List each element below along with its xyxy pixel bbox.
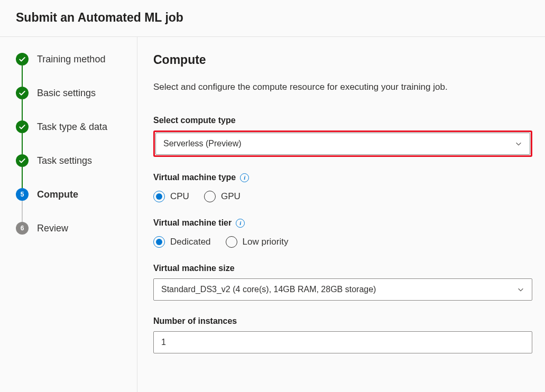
vm-size-select[interactable]: Standard_DS3_v2 (4 core(s), 14GB RAM, 28… — [153, 278, 532, 301]
vm-tier-dedicated-radio[interactable]: Dedicated — [153, 236, 211, 248]
content-area: Training method Basic settings Task type… — [0, 37, 545, 392]
vm-tier-label: Virtual machine tier i — [153, 218, 532, 228]
page-header: Submit an Automated ML job — [0, 0, 545, 37]
current-step-icon: 5 — [16, 188, 29, 201]
check-icon — [16, 87, 29, 99]
highlighted-dropdown: Serverless (Preview) — [153, 130, 532, 157]
step-label: Basic settings — [37, 88, 96, 99]
compute-type-label: Select compute type — [153, 116, 532, 125]
step-label: Review — [37, 223, 68, 234]
step-review[interactable]: 6 Review — [16, 222, 126, 235]
vm-size-value: Standard_DS3_v2 (4 core(s), 14GB RAM, 28… — [161, 285, 376, 294]
step-task-type-data[interactable]: Task type & data — [16, 120, 126, 133]
vm-tier-radios: Dedicated Low priority — [153, 236, 532, 248]
vm-type-cpu-radio[interactable]: CPU — [153, 191, 189, 202]
section-title: Compute — [153, 53, 532, 67]
radio-label: GPU — [221, 191, 241, 202]
instances-input[interactable] — [153, 331, 532, 353]
compute-type-select[interactable]: Serverless (Preview) — [155, 133, 530, 155]
step-task-settings[interactable]: Task settings — [16, 154, 126, 167]
main-panel: Compute Select and configure the compute… — [137, 37, 545, 392]
check-icon — [16, 154, 29, 167]
vm-size-field: Virtual machine size Standard_DS3_v2 (4 … — [153, 264, 532, 301]
chevron-down-icon — [517, 286, 524, 293]
radio-icon-checked — [153, 236, 165, 248]
vm-tier-low-priority-radio[interactable]: Low priority — [226, 236, 289, 248]
radio-label: Low priority — [243, 237, 289, 247]
chevron-down-icon — [515, 140, 522, 147]
step-connector — [22, 133, 23, 154]
vm-type-gpu-radio[interactable]: GPU — [204, 191, 241, 202]
section-description: Select and configure the compute resourc… — [153, 82, 532, 92]
info-icon[interactable]: i — [236, 219, 245, 228]
step-connector — [22, 99, 23, 120]
step-connector — [22, 201, 23, 222]
info-icon[interactable]: i — [240, 173, 249, 182]
instances-label: Number of instances — [153, 316, 532, 326]
vm-type-label: Virtual machine type i — [153, 173, 532, 182]
step-training-method[interactable]: Training method — [16, 53, 126, 66]
step-compute[interactable]: 5 Compute — [16, 188, 126, 201]
radio-icon-checked — [153, 191, 165, 202]
compute-type-field: Select compute type Serverless (Preview) — [153, 116, 532, 157]
step-label: Compute — [37, 189, 78, 200]
step-basic-settings[interactable]: Basic settings — [16, 87, 126, 99]
check-icon — [16, 53, 29, 66]
page-title: Submit an Automated ML job — [16, 11, 529, 25]
compute-type-value: Serverless (Preview) — [163, 139, 242, 148]
radio-icon-unchecked — [204, 191, 216, 202]
step-label: Training method — [37, 54, 105, 65]
vm-size-label: Virtual machine size — [153, 264, 532, 273]
vm-type-radios: CPU GPU — [153, 191, 532, 202]
radio-label: CPU — [170, 191, 189, 202]
vm-tier-field: Virtual machine tier i Dedicated Low pri… — [153, 218, 532, 248]
pending-step-icon: 6 — [16, 222, 29, 235]
check-icon — [16, 120, 29, 133]
step-connector — [22, 66, 23, 87]
radio-label: Dedicated — [170, 237, 211, 247]
wizard-sidebar: Training method Basic settings Task type… — [0, 37, 137, 392]
step-connector — [22, 167, 23, 188]
instances-field: Number of instances — [153, 316, 532, 353]
step-label: Task type & data — [37, 122, 107, 133]
vm-type-field: Virtual machine type i CPU GPU — [153, 173, 532, 202]
step-label: Task settings — [37, 155, 92, 166]
radio-icon-unchecked — [226, 236, 237, 248]
